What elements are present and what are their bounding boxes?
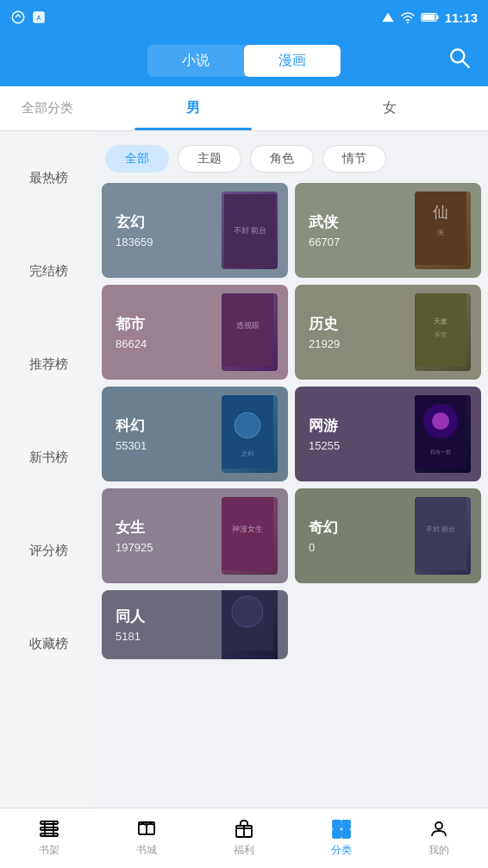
svg-line-9 (463, 61, 469, 67)
battery-icon (421, 11, 440, 23)
genre-card-nvsheng[interactable]: 女生 197925 神漫女生 (102, 488, 288, 583)
svg-point-4 (407, 22, 409, 23)
tab-male[interactable]: 男 (95, 86, 291, 130)
genre-name: 奇幻 (309, 518, 338, 538)
tab-all-categories[interactable]: 全部分类 (0, 86, 95, 130)
svg-text:之剑: 之剑 (241, 450, 253, 456)
content-type-switcher: 小说 漫画 (147, 45, 341, 77)
genre-count: 5181 (116, 630, 145, 643)
mine-icon (429, 819, 449, 840)
pill-theme[interactable]: 主题 (178, 145, 241, 173)
svg-point-32 (232, 596, 263, 627)
genre-count: 0 (309, 541, 338, 554)
genre-cover-kehuan: 之剑 (222, 395, 278, 473)
svg-rect-33 (41, 821, 58, 824)
genre-card-kehuan[interactable]: 科幻 55301 之剑 (102, 387, 288, 481)
genre-name: 都市 (116, 314, 147, 334)
search-button[interactable] (448, 47, 471, 74)
genre-cover-qihuan: 不封 前台 (415, 497, 471, 575)
genre-name: 女生 (116, 518, 153, 538)
genre-name: 武侠 (309, 212, 340, 232)
svg-rect-7 (422, 15, 435, 21)
nav-category[interactable]: 分类 (293, 819, 391, 858)
signal-icon (381, 11, 395, 23)
genre-count: 55301 (116, 439, 147, 452)
app-icon-2: A (31, 9, 47, 25)
svg-text:侠: 侠 (437, 229, 444, 236)
svg-point-0 (12, 11, 24, 23)
genre-card-text: 玄幻 183659 (116, 212, 153, 248)
pill-plot[interactable]: 情节 (322, 145, 386, 173)
genre-card-text: 武侠 66707 (309, 212, 340, 248)
genre-grid: 全部 主题 角色 情节 玄幻 183659 不封 前台 (95, 131, 488, 808)
sidebar-item-hot[interactable]: 最热榜 (0, 131, 95, 224)
status-bar-right: 11:13 (381, 10, 478, 25)
nav-bookshelf[interactable]: 书架 (0, 819, 97, 858)
svg-point-21 (235, 412, 260, 438)
svg-point-47 (435, 822, 442, 829)
genre-count: 66707 (309, 236, 340, 248)
genre-count: 197925 (116, 541, 153, 554)
nav-welfare[interactable]: 福利 (195, 819, 292, 858)
genre-card-wangyou[interactable]: 网游 15255 我有一群 (295, 387, 481, 481)
svg-rect-35 (41, 833, 58, 836)
sidebar: 最热榜 完结榜 推荐榜 新书榜 评分榜 收藏榜 (0, 131, 95, 808)
bottom-nav: 书架 书城 福利 分类 我的 (0, 808, 488, 868)
genre-card-qihuan[interactable]: 奇幻 0 不封 前台 (295, 488, 481, 583)
nav-bookstore-label: 书城 (136, 843, 157, 858)
wifi-icon (400, 11, 416, 23)
genre-cover-wangyou: 我有一群 (415, 395, 471, 473)
nav-mine[interactable]: 我的 (391, 819, 488, 858)
genre-cover-dushi: 透视眼 (222, 293, 278, 371)
sidebar-item-recommend[interactable]: 推荐榜 (0, 318, 95, 411)
welfare-icon (234, 819, 254, 840)
genre-card-xuanhuan[interactable]: 玄幻 183659 不封 前台 (102, 183, 288, 278)
genre-count: 15255 (309, 439, 340, 452)
bookshelf-icon (39, 819, 59, 840)
genre-name: 科幻 (116, 416, 147, 436)
nav-mine-label: 我的 (429, 843, 449, 858)
app-icon-1 (10, 9, 26, 25)
svg-rect-44 (342, 821, 350, 828)
svg-rect-34 (41, 827, 58, 830)
svg-text:我有一群: 我有一群 (430, 450, 451, 455)
top-nav: 小说 漫画 (0, 35, 488, 86)
tab-female[interactable]: 女 (291, 86, 488, 130)
genre-cover-tongren (222, 590, 278, 659)
genre-card-wuxia[interactable]: 武侠 66707 仙 侠 (295, 183, 481, 278)
svg-marker-3 (382, 13, 393, 22)
genre-name: 网游 (309, 416, 340, 436)
genre-card-lishi[interactable]: 历史 21929 天敌 乐宫 (295, 285, 481, 380)
svg-rect-45 (333, 830, 341, 838)
sidebar-item-collect[interactable]: 收藏榜 (0, 597, 95, 690)
genre-card-dushi[interactable]: 都市 86624 透视眼 (102, 285, 288, 380)
category-icon (331, 819, 352, 840)
genre-cover-wuxia: 仙 侠 (415, 192, 471, 269)
tab-novel[interactable]: 小说 (147, 45, 244, 77)
svg-text:神漫女生: 神漫女生 (232, 525, 263, 533)
svg-text:不封 前台: 不封 前台 (426, 525, 455, 533)
genre-cover-nvsheng: 神漫女生 (222, 497, 278, 575)
svg-rect-6 (436, 16, 438, 19)
status-bar: A 11:13 (0, 0, 488, 35)
genre-card-tongren[interactable]: 同人 5181 (102, 590, 288, 659)
nav-category-label: 分类 (331, 843, 352, 858)
tab-manga[interactable]: 漫画 (244, 45, 341, 77)
nav-bookstore[interactable]: 书城 (97, 819, 195, 858)
genre-card-text: 同人 5181 (116, 607, 145, 643)
pill-role[interactable]: 角色 (250, 145, 314, 173)
genre-card-text: 都市 86624 (116, 314, 147, 350)
genre-card-text: 历史 21929 (309, 314, 340, 350)
svg-rect-17 (415, 293, 466, 367)
svg-point-25 (432, 412, 449, 430)
svg-rect-43 (333, 821, 341, 828)
sidebar-item-score[interactable]: 评分榜 (0, 504, 95, 597)
svg-text:天敌: 天敌 (434, 318, 447, 325)
sidebar-item-complete[interactable]: 完结榜 (0, 224, 95, 318)
svg-text:仙: 仙 (433, 204, 448, 221)
genre-cards-grid: 玄幻 183659 不封 前台 武侠 66707 (102, 183, 481, 659)
pill-all[interactable]: 全部 (105, 145, 169, 173)
genre-name: 同人 (116, 607, 145, 626)
category-tabs: 全部分类 男 女 (0, 86, 488, 131)
sidebar-item-new[interactable]: 新书榜 (0, 411, 95, 504)
